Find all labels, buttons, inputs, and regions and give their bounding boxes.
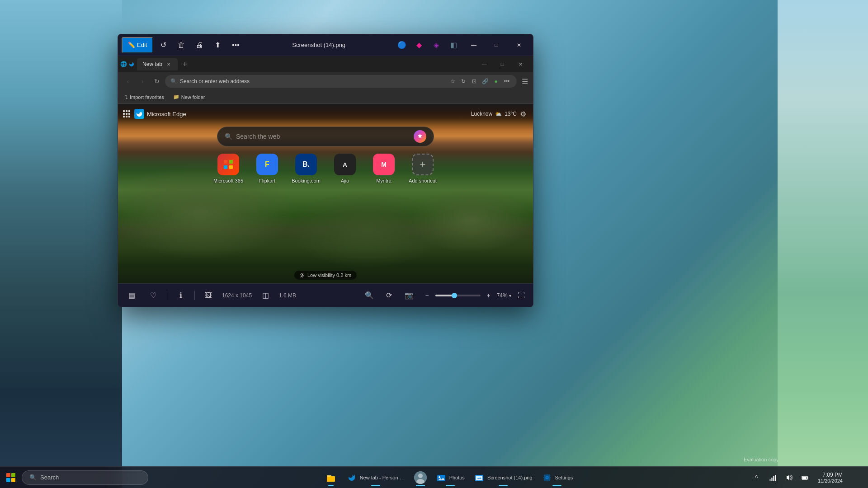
size-icon-button[interactable]: ◫ (257, 287, 274, 304)
visibility-text: Low visibility 0.2 km (307, 272, 351, 278)
nt-settings-button[interactable]: ⚙ (517, 108, 529, 120)
icon3-button[interactable]: ◈ (428, 37, 444, 53)
zoom-out-button[interactable]: − (421, 289, 434, 302)
shortcut-ajio[interactable]: A Ajio (329, 154, 361, 183)
browser-close-button[interactable]: ✕ (511, 58, 529, 70)
svg-rect-5 (327, 476, 335, 482)
ocr-button[interactable]: 🔍 (361, 287, 377, 304)
taskbar-app-screenshot[interactable]: Screenshot (14).png (470, 468, 536, 488)
back-button[interactable]: ‹ (122, 75, 134, 88)
new-folder-item[interactable]: 📁 New folder (170, 93, 209, 101)
taskbar-app-photos2[interactable]: Photos (432, 468, 468, 488)
browser-minimize-button[interactable]: — (475, 58, 493, 70)
history-button[interactable]: ↺ (155, 37, 171, 53)
taskbar-app-edge[interactable]: New tab - Personal - Mi (343, 468, 409, 488)
taskbar-app-settings[interactable]: Settings (538, 468, 577, 488)
grid-dot (128, 116, 130, 117)
icon1-button[interactable]: 🔵 (394, 37, 410, 53)
favorites-icon[interactable]: ☆ (448, 77, 457, 86)
nt-search-bar[interactable]: 🔍 Search the web (217, 127, 434, 146)
shortcut-myntra[interactable]: M Myntra (368, 154, 400, 183)
extension-icon[interactable]: ● (491, 77, 500, 86)
windows-logo-icon (6, 473, 15, 482)
browser-window-screenshot: 🌐 New tab ✕ + — □ ✕ (118, 56, 533, 283)
booking-label: Booking.com (292, 178, 321, 183)
camera-button[interactable]: 📷 (401, 287, 417, 304)
zoom-slider[interactable] (435, 295, 481, 296)
tab-label: New tab (142, 61, 162, 67)
share-button[interactable]: ⬆ (209, 37, 226, 53)
minimize-button[interactable]: — (463, 38, 484, 52)
browser-favicon-icon: 🌐 (120, 61, 127, 68)
add-shortcut-icon: + (412, 154, 434, 175)
start-button[interactable] (0, 467, 22, 488)
shortcut-booking[interactable]: B. Booking.com (290, 154, 322, 183)
weather-icon: ⛅ (495, 111, 502, 117)
minimize-icon: — (471, 42, 476, 48)
sidebar-icon[interactable]: ☰ (520, 77, 529, 86)
print-button[interactable]: 🖨 (191, 37, 208, 53)
microsoft365-icon (217, 154, 239, 175)
svg-rect-19 (807, 477, 808, 479)
address-bar[interactable]: 🔍 Search or enter web address ☆ ↻ ⊡ 🔗 ● … (165, 75, 517, 88)
ajio-icon: A (334, 154, 356, 175)
icon2-button[interactable]: ◆ (411, 37, 427, 53)
more-options-button[interactable]: ••• (227, 37, 244, 53)
edge-logo[interactable]: Microsoft Edge (122, 109, 186, 119)
reload-button[interactable]: ↻ (151, 75, 163, 88)
edge-app-label: New tab - Personal - Mi (360, 475, 405, 480)
grid-dot (126, 116, 127, 117)
zoom-in-button[interactable]: + (482, 289, 495, 302)
browser-maximize-button[interactable]: □ (493, 58, 511, 70)
import-favorites-item[interactable]: ⤵ Import favorites (122, 94, 168, 101)
refresh-icon[interactable]: ↻ (459, 77, 468, 86)
icon4-button[interactable]: ◧ (445, 37, 462, 53)
svg-point-11 (439, 476, 440, 478)
taskbar-search-bar[interactable]: 🔍 Search (22, 470, 148, 485)
delete-button[interactable]: 🗑 (173, 37, 189, 53)
svg-rect-15 (771, 478, 773, 481)
more-icon[interactable]: ••• (502, 77, 511, 86)
myntra-icon: M (373, 154, 395, 175)
forward-button[interactable]: › (136, 75, 149, 88)
photos-app-icon (436, 472, 447, 483)
image-button[interactable]: 🖼 (200, 287, 217, 304)
close-button[interactable]: ✕ (509, 38, 529, 52)
new-tab-button[interactable]: + (179, 58, 191, 70)
system-clock[interactable]: 7:09 PM 11/20/2024 (814, 470, 846, 485)
heart-button[interactable]: ♡ (145, 287, 161, 304)
copilot-icon-button[interactable] (414, 130, 426, 143)
import-icon: ⤵ (125, 94, 128, 100)
notifications-button[interactable] (848, 470, 863, 485)
ocr-icon: 🔍 (365, 291, 374, 300)
volume-icon[interactable] (782, 470, 796, 485)
info-button[interactable]: ℹ (173, 287, 189, 304)
taskbar-app-photos[interactable] (410, 468, 430, 488)
crop-button[interactable]: ⟳ (381, 287, 397, 304)
edit-pencil-icon: ✏️ (128, 42, 135, 48)
share-icon[interactable]: 🔗 (481, 77, 490, 86)
booking-icon: B. (295, 154, 317, 175)
new-tab-tab[interactable]: New tab ✕ (137, 58, 178, 70)
shortcut-add[interactable]: + Add shortcut (407, 154, 439, 183)
battery-icon[interactable] (798, 470, 812, 485)
tab-close-button[interactable]: ✕ (165, 61, 172, 68)
plus-icon: + (487, 292, 491, 299)
settings-gear-icon: ⚙ (520, 110, 526, 118)
edit-button[interactable]: ✏️ Edit (122, 37, 153, 53)
shortcut-microsoft365[interactable]: Microsoft 365 (212, 154, 244, 183)
screenshot-content-area: 🌐 New tab ✕ + — □ ✕ (118, 56, 533, 283)
fullscreen-button[interactable]: ⛶ (515, 289, 528, 302)
expand-tray-button[interactable]: ^ (749, 470, 764, 485)
filmstrip-button[interactable]: ▤ (123, 287, 140, 304)
taskbar-app-file-explorer[interactable] (321, 468, 341, 488)
folder-icon: 📁 (173, 94, 179, 100)
zoom-percent-label[interactable]: 74% ▾ (497, 292, 511, 299)
network-icon[interactable] (765, 470, 780, 485)
maximize-button[interactable]: □ (486, 38, 507, 52)
shortcut-flipkart[interactable]: F Flipkart (251, 154, 283, 183)
svg-rect-0 (224, 160, 227, 164)
search-placeholder-text: Search the web (236, 133, 410, 140)
zoom-slider-thumb[interactable] (452, 293, 457, 298)
split-icon[interactable]: ⊡ (470, 77, 479, 86)
